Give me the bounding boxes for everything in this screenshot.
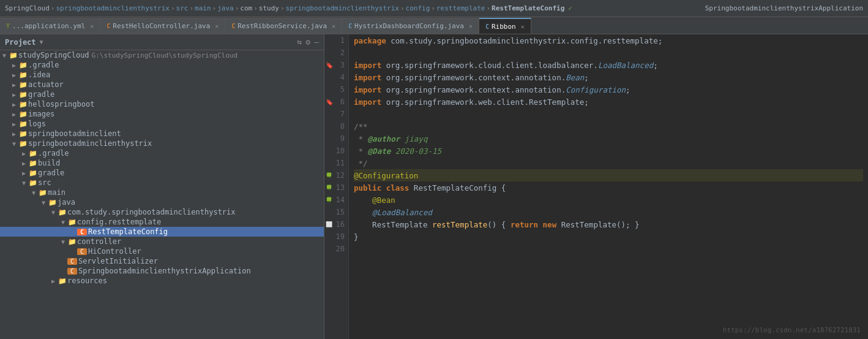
sidebar-dropdown-icon[interactable]: ▼ — [40, 39, 43, 45]
tree-item-idea[interactable]: ▶ 📁 .idea — [0, 70, 324, 80]
tab-yaml-close[interactable]: ✕ — [90, 23, 94, 29]
hellospringboot-icon: 📁 — [18, 101, 28, 109]
code-container: 1 2 🔖3 4 5 🔖6 7 8 9 10 11 🍀12 🍀13 🍀14 15… — [324, 34, 868, 339]
code-line-16: RestTemplate restTemplate() { return new… — [354, 218, 863, 230]
tab-yaml[interactable]: Y ...application.yml ✕ — [0, 18, 100, 34]
tree-item-logs[interactable]: ▶ 📁 logs — [0, 119, 324, 129]
config-resttemplate-arrow: ▼ — [59, 219, 67, 226]
breadcrumb-file[interactable]: RestTemplateConfig — [492, 4, 564, 12]
breadcrumb-config[interactable]: config — [406, 4, 430, 12]
gradle-label: gradle — [28, 90, 54, 99]
tree-item-build[interactable]: ▶ 📁 build — [0, 158, 324, 168]
line-16: ⬜16 — [324, 218, 348, 230]
breadcrumb-src[interactable]: src — [176, 4, 189, 12]
line-10: 10 — [324, 145, 348, 157]
gradle-root-arrow: ▶ — [10, 62, 18, 69]
line-19: 19 — [324, 230, 348, 243]
tree-item-images[interactable]: ▶ 📁 images — [0, 109, 324, 119]
controller-icon: 📁 — [67, 238, 77, 246]
build-arrow: ▶ — [20, 160, 28, 167]
build-label: build — [38, 159, 60, 167]
breadcrumb-springcloud: SpringCloud — [5, 4, 50, 12]
tree-item-com-pkg[interactable]: ▼ 📁 com.study.springbootadminclienthystr… — [0, 207, 324, 217]
tab-rest-ribbon-label: RestRibbonService.java — [238, 22, 327, 30]
tree-item-springbootadminclient[interactable]: ▶ 📁 springbootadminclient — [0, 129, 324, 139]
tree-item-springbootadminclienthystrix[interactable]: ▼ 📁 springbootadminclienthystrix — [0, 139, 324, 148]
breadcrumb-com[interactable]: com — [240, 4, 252, 12]
java-icon: 📁 — [48, 199, 58, 207]
springbootadminclient-arrow: ▶ — [10, 131, 18, 137]
tree-item-actuator[interactable]: ▶ 📁 actuator — [0, 80, 324, 90]
tab-ribbon[interactable]: C Ribbon ✕ — [479, 18, 531, 34]
tab-rest-ribbon[interactable]: C RestRibbonService.java ✕ — [225, 18, 342, 34]
code-line-5: import org.springframework.context.annot… — [354, 83, 863, 96]
sidebar-settings-icon[interactable]: ⚙ — [305, 37, 310, 47]
tree-item-ServletInitializer[interactable]: ▶ C ServletInitializer — [0, 256, 324, 266]
springbootadminclienthystrix-label: springbootadminclienthystrix — [28, 139, 152, 148]
tab-hystrix-close[interactable]: ✕ — [469, 23, 473, 29]
springbootadminclient-icon: 📁 — [18, 130, 28, 138]
sep10: › — [486, 4, 490, 12]
code-editor[interactable]: 1 2 🔖3 4 5 🔖6 7 8 9 10 11 🍀12 🍀13 🍀14 15… — [324, 34, 868, 339]
java-arrow: ▼ — [39, 199, 48, 206]
breadcrumb-project[interactable]: springbootadminclienthystrix — [56, 4, 169, 12]
code-line-1: package com.study.springbootadminclienth… — [354, 34, 863, 47]
sidebar-collapse-icon[interactable]: ⇆ — [297, 37, 302, 47]
tree-item-resources[interactable]: ▶ 📁 resources — [0, 276, 324, 286]
sidebar-close-icon[interactable]: — — [314, 37, 319, 47]
gradle2-icon: 📁 — [28, 150, 38, 158]
editor-tabs: Y ...application.yml ✕ C RestHelloContro… — [0, 17, 868, 34]
yaml-icon: Y — [6, 23, 10, 29]
tab-hystrix[interactable]: C HystrixDashboardConfig.java ✕ — [342, 18, 479, 34]
code-line-7 — [354, 108, 863, 120]
line-numbers: 1 2 🔖3 4 5 🔖6 7 8 9 10 11 🍀12 🍀13 🍀14 15… — [324, 34, 349, 339]
root-folder-icon: 📁 — [9, 51, 18, 59]
root-path: G:\studySpringCloud\studySpringCloud — [92, 51, 238, 59]
sep9: › — [431, 4, 435, 12]
tree-item-java[interactable]: ▼ 📁 java — [0, 197, 324, 207]
breadcrumb-main[interactable]: main — [195, 4, 211, 12]
rest-ribbon-icon: C — [231, 23, 235, 29]
gradle2-label: .gradle — [38, 149, 69, 158]
gradle3-icon: 📁 — [28, 169, 38, 177]
tab-rest-hello[interactable]: C RestHelloController.java ✕ — [100, 18, 225, 34]
tree-item-src[interactable]: ▼ 📁 src — [0, 178, 324, 188]
code-line-6: import org.springframework.web.client.Re… — [354, 96, 863, 108]
tree-item-config-resttemplate[interactable]: ▼ 📁 config.resttemplate — [0, 217, 324, 227]
tree-item-HiController[interactable]: ▶ C HiController — [0, 246, 324, 256]
com-pkg-icon: 📁 — [58, 208, 67, 216]
breadcrumb-check-icon: ✓ — [568, 4, 572, 12]
actuator-label: actuator — [28, 80, 64, 89]
tree-item-hellospringboot[interactable]: ▶ 📁 hellospringboot — [0, 99, 324, 109]
code-line-20 — [354, 243, 863, 255]
springbootadminclienthystrix-icon: 📁 — [18, 140, 28, 148]
tree-root[interactable]: ▼ 📁 studySpringCloud G:\studySpringCloud… — [0, 50, 324, 60]
tree-item-RestTemplateConfig[interactable]: ▶ C RestTemplateConfig — [0, 227, 324, 237]
images-icon: 📁 — [18, 110, 28, 118]
tab-ribbon-close[interactable]: ✕ — [521, 23, 525, 30]
logs-label: logs — [28, 120, 46, 128]
tab-rest-hello-close[interactable]: ✕ — [215, 23, 219, 29]
breadcrumb-resttemplate[interactable]: resttemplate — [436, 4, 485, 12]
tab-rest-ribbon-close[interactable]: ✕ — [332, 23, 335, 29]
tree-item-gradle[interactable]: ▶ 📁 gradle — [0, 90, 324, 99]
breadcrumb-java[interactable]: java — [217, 4, 234, 12]
gradle-arrow: ▶ — [10, 91, 18, 98]
controller-arrow: ▼ — [59, 238, 67, 245]
line-6: 🔖6 — [324, 96, 348, 108]
hicontroller-c-icon: C — [77, 248, 87, 255]
tree-item-SpringbootApp[interactable]: ▶ C SpringbootadminclienthystrixApplicat… — [0, 266, 324, 276]
line-7: 7 — [324, 108, 348, 120]
breadcrumb-study[interactable]: study — [259, 4, 279, 12]
images-arrow: ▶ — [10, 111, 18, 118]
tree-item-controller[interactable]: ▼ 📁 controller — [0, 237, 324, 246]
tree-item-gradle3[interactable]: ▶ 📁 gradle — [0, 168, 324, 178]
sidebar-title: Project — [5, 38, 36, 47]
breadcrumb-pkg[interactable]: springbootadminclienthystrix — [286, 4, 399, 12]
tree-item-main[interactable]: ▼ 📁 main — [0, 188, 324, 197]
tree-item-gradle-root[interactable]: ▶ 📁 .gradle — [0, 60, 324, 70]
tree-item-gradle2[interactable]: ▶ 📁 .gradle — [0, 148, 324, 158]
servletinitializer-c-icon: C — [67, 258, 77, 265]
gradle-root-label: .gradle — [28, 61, 59, 69]
sep2: › — [171, 4, 175, 12]
